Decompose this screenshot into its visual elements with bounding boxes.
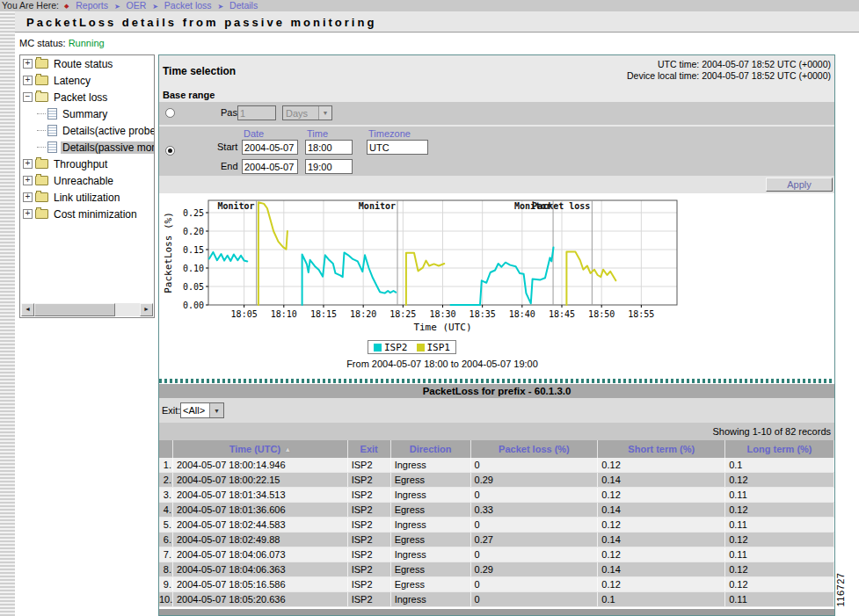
start-date-input[interactable] <box>242 140 298 155</box>
exit-select[interactable]: <All> ▼ <box>180 402 224 418</box>
column-header-packet-loss[interactable]: Packet loss (%) <box>471 440 599 458</box>
tree-item-unreachable[interactable]: +Unreachable <box>20 172 154 189</box>
past-value-input[interactable] <box>237 105 276 120</box>
cell-direction: Egress <box>391 503 471 517</box>
chart-annotation-label: Monitor <box>217 201 254 211</box>
cell-time-utc: 2004-05-07 18:02:49.88 <box>173 533 348 547</box>
cell-long-term: 0.12 <box>725 533 834 547</box>
cell-packet-loss: 0 <box>471 547 599 562</box>
folder-closed-icon <box>35 176 48 185</box>
tree-item-packet-loss[interactable]: −Packet loss <box>20 89 154 105</box>
table-body: 1.2004-05-07 18:00:14.946ISP2Ingress00.1… <box>159 458 834 607</box>
tree-horizontal-scrollbar[interactable]: ◄ ► <box>21 303 153 316</box>
breadcrumb-link-oer[interactable]: OER <box>127 0 147 11</box>
absolute-range-row: Date Time Timezone Start End <box>159 127 834 176</box>
tree-item-details-active-probe[interactable]: Details(active probe) <box>20 122 154 139</box>
tree-item-link-utilization[interactable]: +Link utilization <box>20 189 154 206</box>
cell-short-term: 0.12 <box>598 518 725 532</box>
tree-item-label: Cost minimization <box>52 208 139 221</box>
packetloss-chart: MonitorMonitorMonitorPacket loss18:0518:… <box>159 193 834 379</box>
cell-long-term: 0.11 <box>725 518 834 532</box>
cell-long-term: 0.11 <box>725 488 834 502</box>
y-axis-label: PacketLoss (%) <box>163 212 174 294</box>
column-header-time-utc[interactable]: Time (UTC)▲ <box>173 440 348 458</box>
row-number: 9. <box>159 577 173 591</box>
start-label: Start <box>217 141 237 152</box>
chart-series-ISP2 <box>451 248 554 306</box>
expand-icon[interactable]: + <box>23 59 33 69</box>
x-axis-label: Time (UTC) <box>413 322 471 333</box>
column-header-exit[interactable]: Exit <box>348 440 391 458</box>
expand-icon[interactable]: + <box>23 192 33 202</box>
column-header-long-term[interactable]: Long term (%) <box>725 440 834 458</box>
cell-packet-loss: 0.29 <box>471 473 599 487</box>
tree-item-summary[interactable]: Summary <box>20 105 154 122</box>
tree-item-details-passive-monito[interactable]: Details(passive monito <box>20 139 154 156</box>
svg-text:0.25: 0.25 <box>183 208 204 218</box>
breadcrumb-link-packet-loss[interactable]: Packet loss <box>164 0 212 11</box>
tree-item-latency[interactable]: +Latency <box>20 72 154 89</box>
chart-legend: ISP2ISP1 <box>368 340 456 354</box>
chart-caption: From 2004-05-07 18:00 to 2004-05-07 19:0… <box>346 359 538 369</box>
cell-short-term: 0.14 <box>598 503 725 517</box>
scrollbar-track[interactable] <box>115 303 140 316</box>
svg-text:18:45: 18:45 <box>549 309 575 319</box>
column-header-direction[interactable]: Direction <box>391 440 471 458</box>
cell-short-term: 0.14 <box>598 473 725 487</box>
start-time-input[interactable] <box>305 140 353 155</box>
end-date-input[interactable] <box>242 159 298 174</box>
scroll-left-button[interactable]: ◄ <box>21 303 34 316</box>
tree-connector <box>37 113 46 115</box>
cell-direction: Ingress <box>391 547 471 562</box>
start-timezone-input[interactable] <box>367 140 428 155</box>
folder-closed-icon <box>35 209 48 219</box>
tree-item-cost-minimization[interactable]: +Cost minimization <box>20 206 154 222</box>
absolute-range-radio[interactable] <box>165 146 175 156</box>
column-header-label: Time (UTC) <box>229 444 280 454</box>
expand-icon[interactable]: + <box>23 176 33 185</box>
table-row: 3.2004-05-07 18:01:34.513ISP2Ingress00.1… <box>159 488 834 503</box>
exit-filter-row: Exit: <All> ▼ <box>159 398 834 423</box>
tree-item-throughput[interactable]: +Throughput <box>20 156 154 172</box>
cell-direction: Egress <box>391 562 471 576</box>
column-header-label: Short term (%) <box>628 444 695 454</box>
expand-icon[interactable]: + <box>23 76 33 85</box>
row-number-column-header <box>159 440 173 458</box>
end-time-input[interactable] <box>305 159 353 174</box>
cell-direction: Egress <box>391 533 471 547</box>
svg-text:0.00: 0.00 <box>183 301 204 310</box>
past-unit-select[interactable]: Days ▼ <box>282 105 332 120</box>
cell-direction: Ingress <box>391 488 471 502</box>
breadcrumb-link-reports[interactable]: Reports <box>76 0 108 11</box>
expand-icon[interactable]: + <box>23 209 33 219</box>
cell-exit: ISP2 <box>348 592 391 606</box>
cell-time-utc: 2004-05-07 18:05:16.586 <box>173 577 348 591</box>
cell-long-term: 0.12 <box>725 577 834 591</box>
past-range-radio[interactable] <box>165 108 175 118</box>
cell-packet-loss: 0 <box>471 518 599 532</box>
tree-item-route-status[interactable]: +Route status <box>20 55 154 72</box>
tree-item-label: Details(active probe) <box>61 125 155 137</box>
navigation-tree: +Route status+Latency−Packet lossSummary… <box>19 54 155 318</box>
expand-icon[interactable]: + <box>23 159 33 169</box>
apply-button[interactable]: Apply <box>766 178 833 192</box>
end-label: End <box>221 161 238 171</box>
date-column-label: Date <box>244 128 264 139</box>
report-panel: Time selection UTC time: 2004-05-07 18:5… <box>158 54 835 616</box>
scroll-right-button[interactable]: ► <box>140 303 153 316</box>
scrollbar-thumb[interactable] <box>34 303 115 316</box>
prefix-table-title: PacketLoss for prefix - 60.1.3.0 <box>159 384 834 398</box>
breadcrumb-link-details[interactable]: Details <box>229 0 258 11</box>
cell-packet-loss: 0.27 <box>471 533 599 547</box>
diamond-icon: ◆ <box>64 3 69 9</box>
mc-status-value: Running <box>69 38 105 48</box>
cell-time-utc: 2004-05-07 18:04:06.073 <box>173 547 348 562</box>
collapse-icon[interactable]: − <box>23 92 33 102</box>
svg-text:0.15: 0.15 <box>183 245 204 255</box>
cell-time-utc: 2004-05-07 18:00:22.15 <box>173 473 348 487</box>
legend-label: ISP2 <box>384 342 408 353</box>
left-edge-texture <box>0 11 15 616</box>
cell-time-utc: 2004-05-07 18:01:34.513 <box>173 488 348 502</box>
column-header-short-term[interactable]: Short term (%) <box>598 440 725 458</box>
cell-time-utc: 2004-05-07 18:00:14.946 <box>173 458 348 472</box>
